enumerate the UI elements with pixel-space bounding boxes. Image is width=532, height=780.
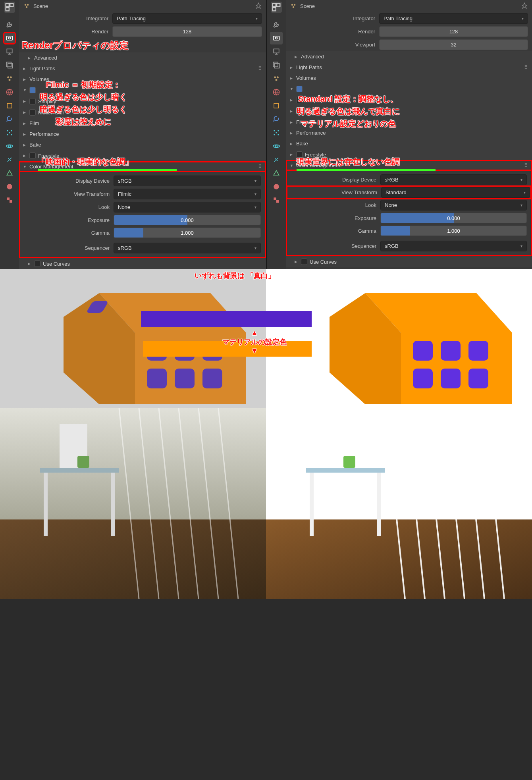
svg-point-24 [27, 4, 29, 6]
display-device-select[interactable]: sRGB▾ [114, 176, 261, 186]
exposure-slider[interactable]: 0.000 [114, 215, 261, 225]
svg-rect-47 [274, 197, 276, 200]
svg-rect-96 [343, 456, 355, 468]
svg-rect-79 [40, 468, 119, 473]
render-tab[interactable] [3, 32, 16, 44]
section-performance[interactable]: ▶Performance [19, 129, 266, 139]
section-advanced[interactable]: ▶Advanced [286, 51, 532, 62]
section-advanced[interactable]: ▶Advanced [19, 52, 266, 63]
render-samples-label: Render [19, 29, 112, 35]
svg-point-4 [9, 37, 11, 39]
svg-rect-29 [274, 36, 279, 40]
svg-rect-38 [274, 103, 279, 108]
properties-panel-right: Scene IntegratorPath Tracing▾ Render128 … [266, 0, 532, 269]
look-select[interactable]: None▾ [380, 200, 527, 210]
svg-point-39 [274, 130, 275, 131]
svg-point-43 [276, 132, 277, 133]
editor-type-icon[interactable] [271, 2, 282, 13]
object-tab[interactable] [270, 99, 283, 112]
svg-rect-12 [7, 103, 12, 108]
svg-rect-21 [7, 197, 10, 200]
material-color-label: ▲マテリアルの設定色▼ [222, 329, 287, 355]
svg-rect-70 [468, 369, 488, 388]
svg-rect-94 [377, 473, 381, 536]
properties-panel-left: Scene IntegratorPath Tracing▾ Render128 … [0, 0, 266, 269]
sequencer-select[interactable]: sRGB▾ [380, 241, 527, 251]
view-layer-tab[interactable] [270, 59, 283, 71]
physics-tab[interactable] [270, 140, 283, 153]
world-tab[interactable] [3, 86, 16, 98]
data-tab[interactable] [3, 167, 16, 180]
section-use-curves[interactable]: ▶Use Curves [19, 258, 266, 269]
svg-point-20 [7, 184, 12, 189]
sequencer-select[interactable]: sRGB▾ [114, 243, 261, 253]
particles-tab[interactable] [270, 126, 283, 139]
view-transform-select[interactable]: Standard▾ [381, 187, 530, 198]
section-bake[interactable]: ▶Bake [19, 139, 266, 150]
scene-name: Scene [300, 3, 315, 9]
section-light-paths[interactable]: ▶Light Paths⠿ [286, 62, 532, 73]
modifiers-tab[interactable] [270, 113, 283, 125]
scene-name: Scene [33, 3, 48, 9]
scene-tab[interactable] [270, 72, 283, 85]
texture-tab[interactable] [270, 194, 283, 207]
tool-tab[interactable] [3, 18, 16, 31]
texture-tab[interactable] [3, 194, 16, 207]
svg-point-35 [277, 76, 279, 78]
annotation-body-right: Standard 設定：調整なし、明る過ぎる色は飛んで真白にマテリアル設定どおり… [297, 93, 400, 130]
integrator-select[interactable]: Path Tracing▾ [379, 13, 528, 24]
section-light-paths[interactable]: ▶Light Paths⠿ [19, 63, 266, 74]
particles-tab[interactable] [3, 126, 16, 139]
look-select[interactable]: None▾ [114, 202, 261, 212]
render-tab[interactable] [270, 32, 283, 44]
render-samples-input[interactable]: 128 [379, 26, 528, 37]
svg-point-15 [7, 134, 8, 135]
object-tab[interactable] [3, 99, 16, 112]
gamma-slider[interactable]: 1.000 [114, 228, 261, 238]
svg-rect-72 [0, 519, 266, 599]
data-tab[interactable] [270, 167, 283, 180]
scene-tab[interactable] [3, 72, 16, 85]
section-volumes[interactable]: ▶Volumes [286, 73, 532, 83]
view-transform-select[interactable]: Filmic▾ [114, 189, 261, 199]
enabled-checkbox[interactable] [29, 87, 36, 93]
material-tab[interactable] [3, 180, 16, 193]
render-samples-input[interactable]: 128 [112, 26, 262, 37]
svg-rect-28 [273, 8, 276, 11]
physics-tab[interactable] [3, 140, 16, 153]
section-use-curves[interactable]: ▶Use Curves [286, 256, 532, 267]
svg-point-44 [276, 145, 278, 147]
pin-icon[interactable] [255, 2, 262, 10]
world-tab[interactable] [270, 86, 283, 98]
gamma-slider[interactable]: 1.000 [380, 226, 527, 236]
exposure-slider[interactable]: 0.000 [380, 213, 527, 223]
svg-rect-33 [275, 64, 279, 68]
editor-type-icon[interactable] [4, 2, 15, 13]
annotation-title-left: Renderプロパティの設定 [22, 39, 129, 52]
section-bake[interactable]: ▶Bake [286, 138, 532, 149]
view-layer-tab[interactable] [3, 59, 16, 71]
bg-white-label: いずれも背景は 「真白」 [195, 271, 275, 280]
modifiers-tab[interactable] [3, 113, 16, 125]
tool-tab[interactable] [270, 18, 283, 31]
color-management-block: Display DevicesRGB▾ View TransformFilmic… [19, 172, 266, 258]
svg-point-36 [276, 79, 278, 81]
svg-point-34 [274, 76, 276, 78]
constraints-tab[interactable] [270, 153, 283, 166]
viewport-samples-input[interactable]: 32 [379, 39, 528, 50]
svg-point-9 [10, 76, 12, 78]
svg-rect-31 [274, 49, 279, 53]
svg-rect-85 [266, 519, 532, 599]
svg-point-23 [25, 4, 27, 6]
svg-rect-27 [277, 4, 280, 7]
integrator-select[interactable]: Path Tracing▾ [112, 13, 262, 24]
display-device-select[interactable]: sRGB▾ [380, 174, 527, 185]
material-tab[interactable] [270, 180, 283, 193]
svg-rect-7 [8, 64, 13, 68]
output-tab[interactable] [270, 45, 283, 58]
enabled-checkbox[interactable] [296, 86, 303, 92]
purple-swatch [141, 311, 312, 327]
pin-icon[interactable] [521, 2, 528, 10]
output-tab[interactable] [3, 45, 16, 58]
constraints-tab[interactable] [3, 153, 16, 166]
